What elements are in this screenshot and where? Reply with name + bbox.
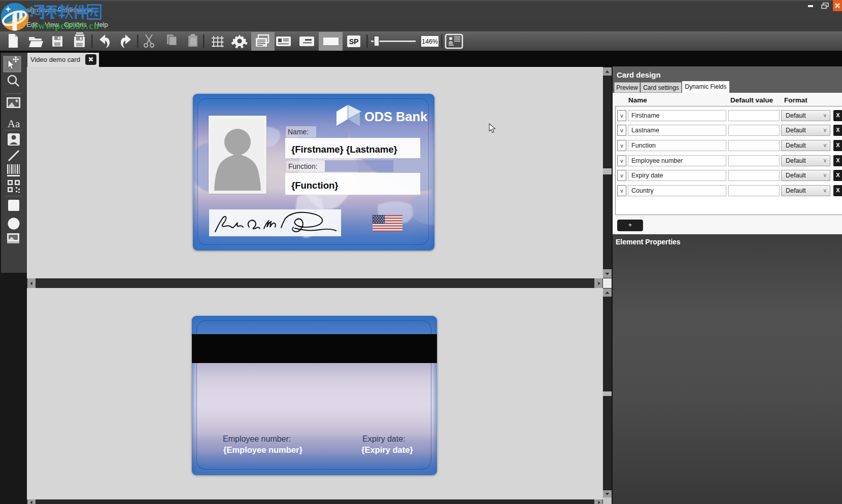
svg-text:Aa: Aa: [8, 118, 20, 130]
svg-text:ODS Bank: ODS Bank: [364, 109, 428, 124]
svg-text:SP: SP: [349, 38, 359, 46]
svg-text:www.pc0359.cn: www.pc0359.cn: [31, 21, 99, 31]
svg-text:146%: 146%: [422, 38, 438, 45]
